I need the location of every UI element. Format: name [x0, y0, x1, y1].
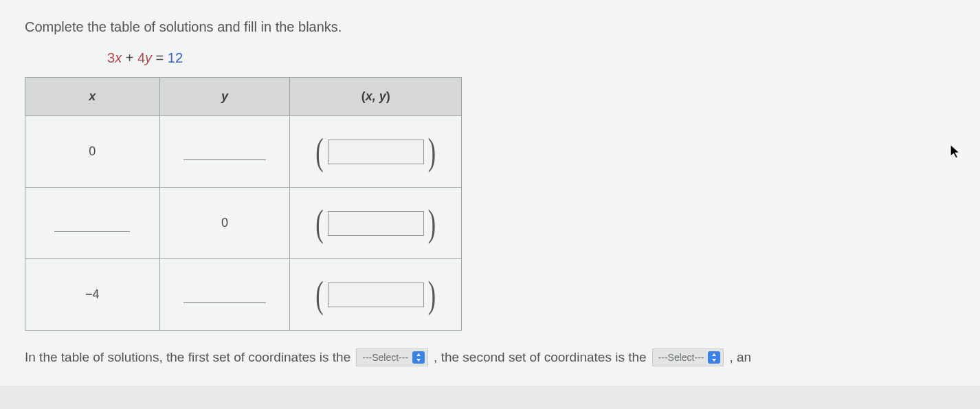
- coef-2: 4: [137, 50, 145, 65]
- cell-xy-0: ( ): [290, 116, 462, 188]
- lparen-icon: (: [315, 276, 323, 313]
- table-row: −4 ( ): [25, 259, 462, 331]
- cursor-icon: [950, 144, 962, 159]
- sentence-part-1: In the table of solutions, the first set…: [25, 350, 350, 365]
- cell-xy-2: ( ): [290, 259, 462, 331]
- var-x: x: [115, 50, 122, 65]
- updown-icon: [708, 351, 720, 364]
- select-label: ---Select---: [362, 352, 408, 363]
- table-row: 0 ( ): [25, 188, 462, 259]
- col-header-y: y: [159, 78, 290, 116]
- var-y: y: [145, 50, 152, 65]
- cell-x-0: 0: [25, 116, 160, 188]
- coef-1: 3: [107, 50, 115, 65]
- blank-input[interactable]: [54, 215, 130, 232]
- xy-vars: x, y: [366, 89, 386, 103]
- col-header-xy: (x, y): [290, 78, 462, 116]
- blank-input[interactable]: [183, 287, 266, 303]
- equation: 3x + 4y = 12: [107, 50, 955, 66]
- sentence-part-2: , the second set of coordinates is the: [434, 350, 646, 365]
- equals-sign: =: [152, 50, 168, 65]
- paren-close: ): [386, 89, 390, 103]
- cell-xy-1: ( ): [290, 188, 462, 259]
- rhs-value: 12: [168, 50, 183, 65]
- sentence-part-3: , an: [729, 350, 751, 365]
- cell-y-0[interactable]: [159, 116, 290, 188]
- select-label: ---Select---: [658, 352, 704, 363]
- cell-x-1[interactable]: [25, 188, 160, 259]
- instruction-text: Complete the table of solutions and fill…: [25, 19, 955, 35]
- solutions-table: x y (x, y) 0 ( ): [25, 77, 462, 331]
- rparen-icon: ): [428, 204, 436, 241]
- col-header-x: x: [25, 78, 160, 116]
- xy-input-0[interactable]: [328, 140, 424, 164]
- xy-input-1[interactable]: [328, 211, 424, 236]
- lparen-icon: (: [315, 204, 323, 241]
- fill-in-sentence: In the table of solutions, the first set…: [25, 349, 955, 366]
- blank-input[interactable]: [183, 144, 266, 160]
- cell-y-2[interactable]: [159, 259, 290, 331]
- lparen-icon: (: [315, 133, 323, 170]
- select-dropdown-1[interactable]: ---Select---: [356, 349, 428, 366]
- select-dropdown-2[interactable]: ---Select---: [652, 349, 724, 366]
- table-row: 0 ( ): [25, 116, 462, 188]
- cell-y-1: 0: [159, 188, 290, 259]
- table-header-row: x y (x, y): [25, 78, 462, 116]
- rparen-icon: ): [428, 133, 436, 170]
- cell-x-2: −4: [25, 259, 160, 331]
- question-container: Complete the table of solutions and fill…: [0, 0, 980, 386]
- rparen-icon: ): [428, 276, 436, 313]
- xy-input-2[interactable]: [328, 283, 424, 307]
- plus-sign: +: [122, 50, 137, 65]
- updown-icon: [412, 351, 425, 364]
